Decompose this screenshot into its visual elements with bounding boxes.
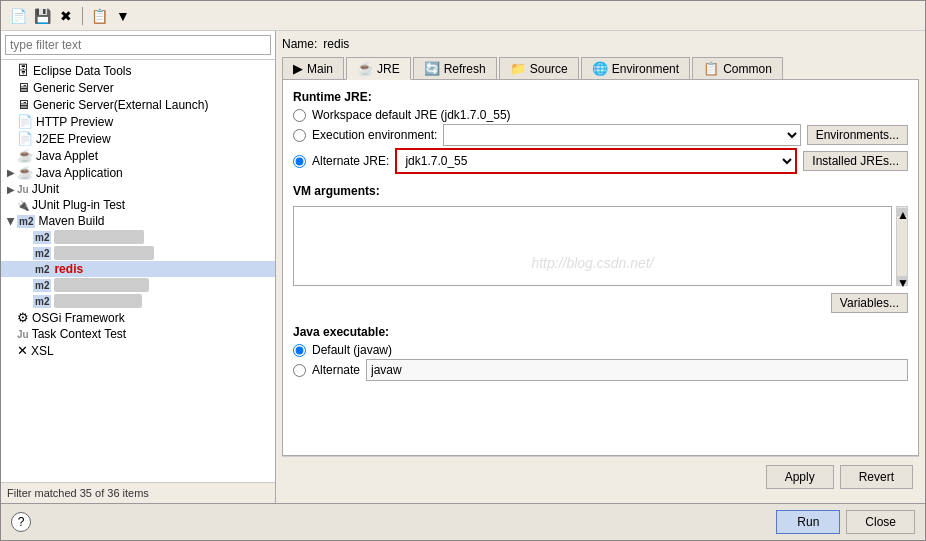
tree-item-eclipse-data-tools[interactable]: 🗄 Eclipse Data Tools <box>1 62 275 79</box>
execution-env-dropdown[interactable] <box>443 124 800 146</box>
toolbar-separator <box>82 7 83 25</box>
tab-refresh[interactable]: 🔄 Refresh <box>413 57 497 79</box>
alternate-exec-row: Alternate <box>293 359 908 381</box>
tree-label <box>54 246 154 260</box>
tree-label: J2EE Preview <box>36 132 111 146</box>
tab-env-label: Environment <box>612 62 679 76</box>
main-dialog: 📄 💾 ✖ 📋 ▼ 🗄 Eclipse Data Tools 🖥 <box>0 0 926 541</box>
tree-item-task-context[interactable]: Ju Task Context Test <box>1 326 275 342</box>
tree-item-redis[interactable]: m2 redis <box>1 261 275 277</box>
http-preview-icon: 📄 <box>17 114 33 129</box>
main-content: 🗄 Eclipse Data Tools 🖥 Generic Server 🖥 … <box>1 31 925 503</box>
xsl-icon: ✕ <box>17 343 28 358</box>
alternate-jre-dropdown-wrapper: jdk1.7.0_55 <box>395 148 797 174</box>
common-tab-icon: 📋 <box>703 61 719 76</box>
workspace-default-label: Workspace default JRE (jdk1.7.0_55) <box>312 108 511 122</box>
installed-jres-button[interactable]: Installed JREs... <box>803 151 908 171</box>
apply-button[interactable]: Apply <box>766 465 834 489</box>
maven-icon: m2 <box>17 215 35 228</box>
tree-label: Java Applet <box>36 149 98 163</box>
tree-item-maven-3[interactable]: m2 <box>1 277 275 293</box>
scroll-down[interactable]: ▼ <box>897 276 907 284</box>
scroll-up[interactable]: ▲ <box>897 208 907 216</box>
default-javaw-label: Default (javaw) <box>312 343 392 357</box>
expand-icon[interactable]: ▶ <box>5 184 17 195</box>
alternate-jre-radio[interactable] <box>293 155 306 168</box>
tree-item-maven-4[interactable]: m2 <box>1 293 275 309</box>
execution-env-radio[interactable] <box>293 129 306 142</box>
tab-main-label: Main <box>307 62 333 76</box>
tree-item-generic-server-external[interactable]: 🖥 Generic Server(External Launch) <box>1 96 275 113</box>
expand-icon[interactable]: ▶ <box>5 167 17 178</box>
env-tab-icon: 🌐 <box>592 61 608 76</box>
tree-item-java-application[interactable]: ▶ ☕ Java Application <box>1 164 275 181</box>
tree-label <box>54 230 144 244</box>
tab-source[interactable]: 📁 Source <box>499 57 579 79</box>
redis-icon: m2 <box>33 263 51 276</box>
refresh-tab-icon: 🔄 <box>424 61 440 76</box>
tree-item-http-preview[interactable]: 📄 HTTP Preview <box>1 113 275 130</box>
alternate-exec-radio[interactable] <box>293 364 306 377</box>
tree-label: Generic Server(External Launch) <box>33 98 208 112</box>
vm-args-section: VM arguments: http://blog.csdn.net/ ▲ <box>293 184 908 313</box>
osgi-icon: ⚙ <box>17 310 29 325</box>
default-javaw-radio[interactable] <box>293 344 306 357</box>
maven-item1-icon: m2 <box>33 231 51 244</box>
environments-button[interactable]: Environments... <box>807 125 908 145</box>
tree-item-junit[interactable]: ▶ Ju JUnit <box>1 181 275 197</box>
vm-args-label: VM arguments: <box>293 184 908 198</box>
java-applet-icon: ☕ <box>17 148 33 163</box>
name-value: redis <box>323 37 349 51</box>
vm-args-textarea[interactable] <box>293 206 892 286</box>
main-tab-icon: ▶ <box>293 61 303 76</box>
tab-jre[interactable]: ☕ JRE <box>346 57 411 80</box>
tree-label: XSL <box>31 344 54 358</box>
alternate-jre-dropdown[interactable]: jdk1.7.0_55 <box>397 150 795 172</box>
expander <box>21 232 33 243</box>
tree-item-junit-plugin[interactable]: 🔌 JUnit Plug-in Test <box>1 197 275 213</box>
save-button[interactable]: 💾 <box>31 5 53 27</box>
filter-input[interactable] <box>5 35 271 55</box>
tree-item-maven-2[interactable]: m2 <box>1 245 275 261</box>
execution-env-label: Execution environment: <box>312 128 437 142</box>
new-file-button[interactable]: 📄 <box>7 5 29 27</box>
run-button[interactable]: Run <box>776 510 840 534</box>
tree-item-osgi[interactable]: ⚙ OSGi Framework <box>1 309 275 326</box>
workspace-default-radio[interactable] <box>293 109 306 122</box>
revert-button[interactable]: Revert <box>840 465 913 489</box>
close-button[interactable]: Close <box>846 510 915 534</box>
tree-item-maven-build[interactable]: ▶ m2 Maven Build <box>1 213 275 229</box>
dropdown-button[interactable]: ▼ <box>112 5 134 27</box>
tree-item-xsl[interactable]: ✕ XSL <box>1 342 275 359</box>
vm-args-container: http://blog.csdn.net/ <box>293 206 892 289</box>
left-panel: 🗄 Eclipse Data Tools 🖥 Generic Server 🖥 … <box>1 31 276 503</box>
tree-item-java-applet[interactable]: ☕ Java Applet <box>1 147 275 164</box>
expander <box>5 200 17 211</box>
duplicate-button[interactable]: 📋 <box>88 5 110 27</box>
expander <box>5 312 17 323</box>
tree-label: Eclipse Data Tools <box>33 64 132 78</box>
eclipse-data-tools-icon: 🗄 <box>17 63 30 78</box>
filter-status: Filter matched 35 of 36 items <box>1 482 275 503</box>
workspace-default-row: Workspace default JRE (jdk1.7.0_55) <box>293 108 908 122</box>
jre-tab-icon: ☕ <box>357 61 373 76</box>
help-button[interactable]: ? <box>11 512 31 532</box>
delete-button[interactable]: ✖ <box>55 5 77 27</box>
scrollbar[interactable]: ▲ ▼ <box>896 206 908 286</box>
variables-button[interactable]: Variables... <box>831 293 908 313</box>
tab-source-label: Source <box>530 62 568 76</box>
tab-environment[interactable]: 🌐 Environment <box>581 57 690 79</box>
tree-item-j2ee-preview[interactable]: 📄 J2EE Preview <box>1 130 275 147</box>
tab-common[interactable]: 📋 Common <box>692 57 783 79</box>
tree-label: JUnit <box>32 182 59 196</box>
maven-item3-icon: m2 <box>33 279 51 292</box>
tab-main[interactable]: ▶ Main <box>282 57 344 79</box>
expand-icon[interactable]: ▶ <box>6 215 17 227</box>
tree-item-generic-server[interactable]: 🖥 Generic Server <box>1 79 275 96</box>
alternate-exec-input[interactable] <box>366 359 908 381</box>
dialog-bottom: ? Run Close <box>1 503 925 540</box>
right-panel: Name: redis ▶ Main ☕ JRE 🔄 Refresh � <box>276 31 925 503</box>
tree-item-maven-1[interactable]: m2 <box>1 229 275 245</box>
vm-args-textarea-wrapper: http://blog.csdn.net/ ▲ ▼ <box>293 206 908 289</box>
expander <box>5 116 17 127</box>
